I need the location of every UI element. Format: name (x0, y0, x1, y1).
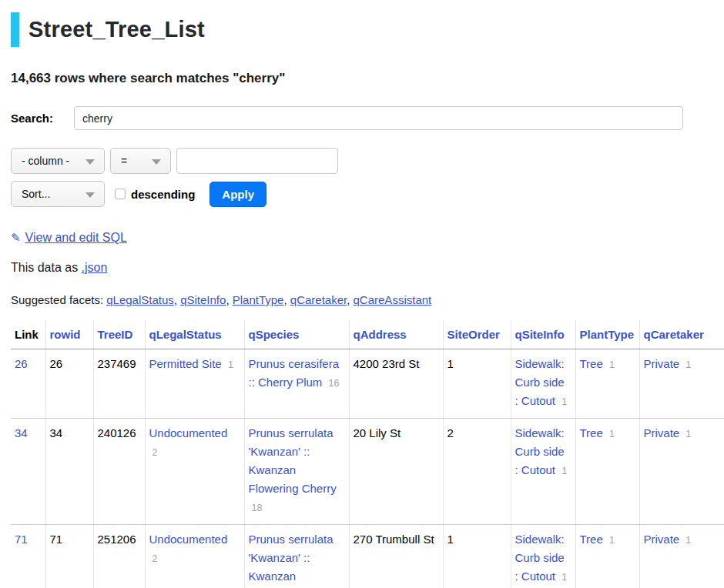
cell-qlegalstatus: Undocumented 2 (145, 525, 244, 588)
cell-qspecies: Prunus serrulata 'Kwanzan' :: Kwanzan Fl… (244, 525, 349, 588)
planttype-value-link[interactable]: Tree (580, 357, 603, 370)
cell-treeid: 240126 (93, 419, 145, 525)
qlegalstatus-value-link[interactable]: Undocumented (149, 533, 228, 546)
qspecies-value-link[interactable]: Prunus serrulata 'Kwanzan' :: Kwanzan Fl… (249, 533, 337, 588)
planttype-value-link[interactable]: Tree (580, 426, 603, 439)
descending-checkbox[interactable] (115, 189, 126, 199)
cell-qcaretaker: Private 1 (639, 419, 724, 525)
column-header-link-qspecies[interactable]: qSpecies (249, 328, 300, 341)
facet-count: 1 (685, 359, 691, 370)
column-header-qcaretaker: qCaretaker (639, 320, 724, 349)
page: Street_Tree_List 14,663 rows where searc… (0, 0, 724, 588)
column-header-link: Link (11, 320, 45, 349)
planttype-value-link[interactable]: Tree (580, 533, 603, 546)
cell-qspecies: Prunus cerasifera :: Cherry Plum 16 (244, 349, 349, 419)
row-link[interactable]: 71 (15, 533, 28, 546)
table-row: 3434240126Undocumented 2Prunus serrulata… (11, 419, 724, 525)
table-row: 7171251206Undocumented 2Prunus serrulata… (11, 525, 724, 588)
cell-qcaretaker: Private 1 (639, 349, 724, 419)
search-row: Search: (11, 106, 724, 130)
facet-count: 18 (252, 503, 263, 513)
qsiteinfo-value-link[interactable]: Sidewalk: Curb side : Cutout (515, 357, 565, 407)
column-select[interactable]: - column - (11, 148, 105, 174)
column-header-qaddress: qAddress (349, 320, 443, 349)
column-header-link-qcaretaker[interactable]: qCaretaker (644, 328, 704, 341)
facet-count: 16 (329, 378, 340, 389)
cell-link: 26 (11, 349, 45, 419)
column-header-treeid: TreeID (93, 320, 145, 349)
qcaretaker-value-link[interactable]: Private (644, 533, 680, 546)
search-input[interactable] (74, 106, 683, 130)
facet-link-qlegalstatus[interactable]: qLegalStatus (106, 293, 174, 306)
cell-treeid: 237469 (93, 349, 145, 419)
facet-count: 1 (561, 572, 567, 583)
cell-siteorder: 2 (443, 419, 511, 525)
cell-qcaretaker: Private 1 (639, 525, 724, 588)
qlegalstatus-value-link[interactable]: Undocumented (149, 426, 228, 439)
qlegalstatus-value-link[interactable]: Permitted Site (149, 357, 222, 370)
column-header-link-qlegalstatus[interactable]: qLegalStatus (149, 328, 222, 341)
column-header-qspecies: qSpecies (244, 320, 349, 349)
data-as-row: This data as .json (11, 261, 724, 275)
qspecies-value-link[interactable]: Prunus serrulata 'Kwanzan' :: Kwanzan Fl… (249, 426, 337, 495)
facet-count: 1 (685, 429, 691, 439)
column-header-link-planttype[interactable]: PlantType (580, 328, 635, 341)
facet-link-planttype[interactable]: PlantType (233, 293, 284, 306)
data-as-prefix: This data as (11, 261, 82, 274)
operator-select-value: = (121, 155, 127, 167)
facet-count: 1 (685, 535, 691, 546)
column-header-link-qaddress[interactable]: qAddress (354, 328, 407, 341)
cell-qaddress: 20 Lily St (349, 419, 443, 525)
sort-row: Sort... descending Apply (11, 181, 724, 207)
operator-select[interactable]: = (110, 148, 171, 174)
facet-count: 1 (228, 359, 233, 370)
view-edit-sql-link[interactable]: View and edit SQL (25, 231, 127, 244)
column-header-qsiteinfo: qSiteInfo (511, 320, 575, 349)
page-title: Street_Tree_List (28, 12, 205, 47)
column-header-link-treeid[interactable]: TreeID (98, 328, 133, 341)
row-link[interactable]: 34 (15, 426, 28, 439)
row-link[interactable]: 26 (15, 357, 28, 370)
cell-planttype: Tree 1 (575, 525, 639, 588)
filter-value-input[interactable] (176, 148, 338, 174)
qsiteinfo-value-link[interactable]: Sidewalk: Curb side : Cutout (515, 426, 565, 476)
qcaretaker-value-link[interactable]: Private (644, 426, 680, 439)
apply-button[interactable]: Apply (209, 182, 266, 207)
facet-count: 1 (609, 359, 615, 370)
cell-planttype: Tree 1 (575, 419, 639, 525)
cell-rowid: 71 (45, 525, 93, 588)
cell-planttype: Tree 1 (575, 349, 639, 419)
facet-link-qcaretaker[interactable]: qCaretaker (290, 293, 347, 306)
json-link[interactable]: .json (82, 261, 108, 274)
cell-qaddress: 270 Trumbull St (349, 525, 443, 588)
facet-links: qLegalStatus, qSiteInfo, PlantType, qCar… (106, 293, 431, 306)
table-header-row: LinkrowidTreeIDqLegalStatusqSpeciesqAddr… (11, 320, 724, 349)
facet-count: 1 (609, 429, 615, 439)
cell-link: 71 (11, 525, 45, 588)
row-count-summary: 14,663 rows where search matches "cherry… (11, 71, 724, 86)
table-row: 2626237469Permitted Site 1Prunus cerasif… (11, 349, 724, 419)
column-header-link-siteorder[interactable]: SiteOrder (447, 328, 500, 341)
column-header-link-rowid[interactable]: rowid (50, 328, 81, 341)
sort-select[interactable]: Sort... (11, 181, 105, 207)
facet-count: 2 (153, 447, 158, 458)
suggested-facets-row: Suggested facets: qLegalStatus, qSiteInf… (11, 293, 724, 306)
facet-count: 2 (153, 553, 158, 564)
accent-bar (11, 12, 19, 47)
cell-qaddress: 4200 23rd St (349, 349, 443, 419)
column-header-link-qsiteinfo[interactable]: qSiteInfo (515, 328, 565, 341)
qcaretaker-value-link[interactable]: Private (644, 357, 680, 370)
facet-count: 1 (561, 466, 567, 476)
sort-select-value: Sort... (22, 188, 50, 200)
column-header-qlegalstatus: qLegalStatus (145, 320, 244, 349)
page-header: Street_Tree_List (11, 12, 724, 47)
cell-qsiteinfo: Sidewalk: Curb side : Cutout 1 (511, 349, 575, 419)
facet-link-qsiteinfo[interactable]: qSiteInfo (180, 293, 226, 306)
chevron-down-icon (152, 159, 161, 165)
column-header-rowid: rowid (45, 320, 93, 349)
qsiteinfo-value-link[interactable]: Sidewalk: Curb side : Cutout (515, 533, 565, 583)
qspecies-value-link[interactable]: Prunus cerasifera :: Cherry Plum (249, 357, 340, 389)
cell-qsiteinfo: Sidewalk: Curb side : Cutout 1 (511, 419, 575, 525)
sql-link-row: ✎View and edit SQL (11, 231, 724, 245)
facet-link-qcareassistant[interactable]: qCareAssistant (354, 293, 432, 306)
